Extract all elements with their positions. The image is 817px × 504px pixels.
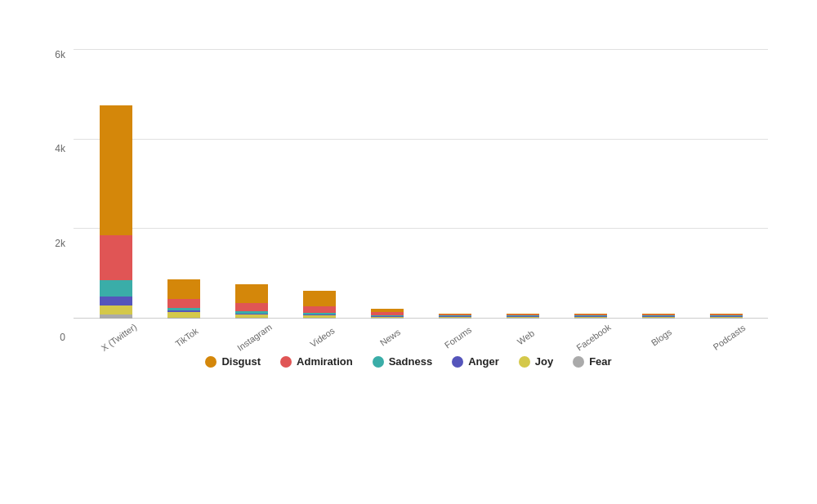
legend-label: Admiration [297,355,353,368]
bars-area [74,49,768,319]
bar-segment-joy [100,306,132,314]
bar-segment-admiration [100,235,132,280]
chart-container: 6k4k2k0 X (Twitter)TikTokInstagramVideos… [33,49,784,368]
legend-item-admiration: Admiration [280,355,353,368]
x-axis-label: Instagram [231,319,277,355]
x-axis-label: Forums [435,319,480,355]
y-axis: 6k4k2k0 [33,49,65,343]
legend-label: Disgust [221,355,261,368]
bar-stack [167,279,200,319]
y-axis-label: 2k [33,238,65,249]
legend-item-sadness: Sadness [373,355,432,368]
legend-item-joy: Joy [519,355,553,368]
bar-segment-disgust [235,284,268,303]
x-axis-label: Web [502,319,548,355]
x-axis-label: Videos [299,319,345,355]
bar-group [363,309,412,319]
admiration-legend-dot [280,356,292,368]
legend-label: Sadness [389,355,432,368]
x-axis-label: Podcasts [706,319,752,355]
bar-stack [371,309,404,319]
fear-legend-dot [573,356,584,368]
legend-label: Joy [535,355,553,368]
bar-group [92,105,141,319]
bar-segment-anger [100,297,132,306]
bar-segment-admiration [235,303,268,311]
bar-group [295,291,344,319]
x-axis-label: News [367,319,413,355]
bar-segment-disgust [167,279,200,300]
bar-segment-joy [167,312,200,318]
legend-label: Anger [468,355,499,368]
legend-item-anger: Anger [452,355,499,368]
y-axis-label: 0 [33,332,65,343]
legend: DisgustAdmirationSadnessAngerJoyFear [33,355,784,368]
bar-segment-disgust [303,291,336,307]
bar-group [159,279,208,319]
x-axis-label: Blogs [638,319,684,355]
joy-legend-dot [519,356,530,368]
legend-item-disgust: Disgust [205,355,261,368]
legend-label: Fear [589,355,611,368]
x-axis-label: Facebook [570,319,616,355]
chart-area: 6k4k2k0 X (Twitter)TikTokInstagramVideos… [74,49,768,343]
bar-segment-admiration [167,299,200,308]
sadness-legend-dot [373,356,384,368]
x-axis: X (Twitter)TikTokInstagramVideosNewsForu… [74,319,768,343]
bar-segment-admiration [303,306,336,313]
y-axis-label: 6k [33,49,65,60]
bar-segment-sadness [100,280,132,296]
bar-segment-disgust [100,105,132,236]
bar-stack [303,291,336,319]
legend-item-fear: Fear [573,355,611,368]
disgust-legend-dot [205,356,217,368]
bar-stack [100,105,132,319]
x-axis-label: TikTok [163,319,209,355]
bar-group [227,284,276,319]
x-axis-label: X (Twitter) [96,319,141,355]
y-axis-label: 4k [33,143,65,154]
anger-legend-dot [452,356,463,368]
bar-stack [235,284,268,319]
